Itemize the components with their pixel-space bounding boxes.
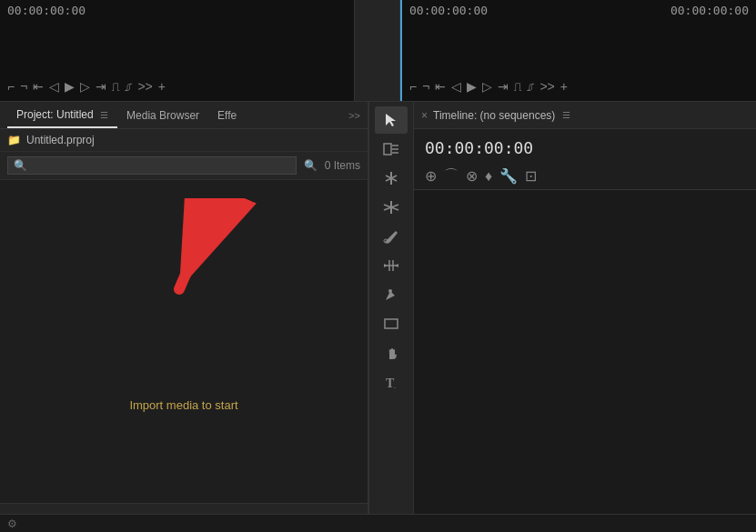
timeline-tools-bar: ⊕ ⌒ ⊗ ♦ 🔧 ⊡ bbox=[414, 163, 756, 190]
prog-overwrite-icon[interactable]: ⎎ bbox=[527, 79, 534, 94]
type-icon: T . bbox=[383, 375, 399, 389]
slip-icon bbox=[383, 258, 399, 273]
svg-marker-16 bbox=[385, 231, 398, 244]
program-transport-bar: ⌐ ¬ ⇤ ◁ ▶ ▷ ⇥ ⎍ ⎎ >> + bbox=[409, 75, 749, 97]
program-timecode-right: 00:00:00:00 bbox=[670, 4, 749, 17]
rectangle-tool-btn[interactable] bbox=[375, 310, 408, 337]
tab-media-browser[interactable]: Media Browser bbox=[117, 104, 208, 127]
search-icon: 🔍 bbox=[14, 159, 27, 172]
pen-tool-btn[interactable] bbox=[375, 281, 408, 308]
top-area: 00:00:00:00 ⌐ ¬ ⇤ ◁ ▶ ▷ ⇥ ⎍ ⎎ >> + 00:00… bbox=[0, 0, 756, 102]
selection-tool-icon bbox=[384, 113, 398, 127]
svg-line-12 bbox=[384, 205, 391, 207]
insert-icon[interactable]: ⎍ bbox=[112, 79, 119, 94]
selection-tool-btn[interactable] bbox=[375, 106, 408, 134]
add-icon[interactable]: + bbox=[158, 79, 166, 94]
overwrite-icon[interactable]: ⎎ bbox=[125, 79, 132, 94]
timeline-close-icon[interactable]: × bbox=[421, 109, 428, 122]
tools-divider bbox=[355, 0, 400, 101]
panel-tabs: Project: Untitled ☰ Media Browser Effe >… bbox=[0, 102, 368, 129]
step-forward-icon[interactable]: ▷ bbox=[80, 79, 90, 94]
prog-add-icon[interactable]: + bbox=[560, 79, 568, 94]
search-input[interactable] bbox=[31, 159, 290, 172]
timeline-timecode: 00:00:00:00 bbox=[414, 129, 756, 163]
timeline-target-icon[interactable]: ♦ bbox=[485, 168, 492, 185]
razor-tool-btn[interactable] bbox=[375, 223, 408, 250]
timeline-content-area bbox=[414, 190, 756, 532]
slip-tool-btn[interactable] bbox=[375, 252, 408, 279]
svg-marker-19 bbox=[384, 264, 388, 267]
timeline-magnet-icon[interactable]: ⌒ bbox=[444, 166, 459, 186]
svg-point-23 bbox=[388, 289, 392, 293]
svg-text:.: . bbox=[394, 382, 396, 389]
tab-effects[interactable]: Effe bbox=[208, 104, 246, 127]
status-icon: ⚙ bbox=[7, 517, 17, 530]
file-bar: 📁 Untitled.prproj bbox=[0, 129, 368, 152]
timeline-panel: × Timeline: (no sequences) ☰ 00:00:00:00… bbox=[414, 102, 756, 532]
import-arrow-icon bbox=[111, 198, 257, 335]
svg-line-15 bbox=[391, 207, 398, 210]
prog-more-icon[interactable]: >> bbox=[539, 79, 554, 94]
panel-expand-icon[interactable]: >> bbox=[348, 110, 360, 121]
program-monitor: 00:00:00:00 00:00:00:00 ⌐ ¬ ⇤ ◁ ▶ ▷ ⇥ ⎍ … bbox=[400, 0, 756, 101]
prog-mark-out-icon[interactable]: ¬ bbox=[422, 79, 429, 94]
tools-panel: T . bbox=[368, 102, 414, 532]
tab-project[interactable]: Project: Untitled ☰ bbox=[7, 103, 117, 128]
search-bar: 🔍 🔍 0 Items bbox=[0, 152, 368, 180]
razor-icon bbox=[383, 229, 399, 244]
svg-marker-1 bbox=[386, 114, 396, 126]
track-select-tool-btn[interactable] bbox=[375, 136, 408, 163]
prog-step-forward-icon[interactable]: ▷ bbox=[482, 79, 492, 94]
timeline-title: Timeline: (no sequences) bbox=[433, 109, 555, 122]
timeline-menu-icon[interactable]: ☰ bbox=[562, 110, 570, 120]
track-select-icon bbox=[383, 142, 399, 156]
type-tool-btn[interactable]: T . bbox=[375, 368, 408, 396]
step-back-icon[interactable]: ◁ bbox=[49, 79, 59, 94]
prog-go-to-out-icon[interactable]: ⇥ bbox=[498, 79, 509, 94]
source-timecode-top: 00:00:00:00 bbox=[7, 4, 347, 17]
svg-rect-24 bbox=[385, 319, 398, 328]
svg-line-13 bbox=[384, 207, 391, 210]
timeline-captions-icon[interactable]: ⊡ bbox=[525, 167, 537, 185]
media-drop-area[interactable]: Import media to start bbox=[0, 180, 368, 503]
import-text: Import media to start bbox=[129, 398, 237, 412]
timeline-settings-icon[interactable]: 🔧 bbox=[499, 167, 518, 185]
prog-step-back-icon[interactable]: ◁ bbox=[451, 79, 461, 94]
source-monitor: 00:00:00:00 ⌐ ¬ ⇤ ◁ ▶ ▷ ⇥ ⎍ ⎎ >> + bbox=[0, 0, 355, 101]
svg-line-14 bbox=[391, 205, 398, 207]
items-count: 0 Items bbox=[325, 159, 360, 172]
play-icon[interactable]: ▶ bbox=[65, 79, 75, 94]
search-input-wrap[interactable]: 🔍 bbox=[7, 156, 297, 175]
search-filter-icon[interactable]: 🔍 bbox=[304, 159, 318, 172]
timeline-tabs: × Timeline: (no sequences) ☰ bbox=[414, 102, 756, 129]
prog-go-to-in-icon[interactable]: ⇤ bbox=[435, 79, 446, 94]
rectangle-icon bbox=[383, 316, 399, 331]
prog-mark-in-icon[interactable]: ⌐ bbox=[409, 79, 417, 94]
status-bar: ⚙ bbox=[0, 514, 756, 532]
main-area: Project: Untitled ☰ Media Browser Effe >… bbox=[0, 102, 756, 532]
go-to-out-icon[interactable]: ⇥ bbox=[96, 79, 106, 94]
hand-icon bbox=[383, 346, 399, 360]
project-panel: Project: Untitled ☰ Media Browser Effe >… bbox=[0, 102, 368, 532]
ripple-edit-tool-btn[interactable] bbox=[375, 165, 408, 192]
go-to-in-icon[interactable]: ⇤ bbox=[33, 79, 44, 94]
prog-insert-icon[interactable]: ⎍ bbox=[514, 79, 521, 94]
ripple-edit-icon bbox=[383, 171, 399, 186]
svg-marker-20 bbox=[395, 264, 398, 267]
source-transport-bar: ⌐ ¬ ⇤ ◁ ▶ ▷ ⇥ ⎍ ⎎ >> + bbox=[7, 75, 347, 97]
mark-in-icon[interactable]: ⌐ bbox=[7, 79, 15, 94]
project-tab-menu-icon[interactable]: ☰ bbox=[100, 110, 108, 120]
prog-play-icon[interactable]: ▶ bbox=[467, 79, 477, 94]
program-timecode-left: 00:00:00:00 bbox=[409, 4, 488, 17]
rolling-edit-icon bbox=[383, 200, 399, 215]
more-icon[interactable]: >> bbox=[137, 79, 152, 94]
project-file-name: Untitled.prproj bbox=[26, 134, 95, 146]
pen-icon bbox=[383, 287, 399, 302]
timeline-snap-icon[interactable]: ⊕ bbox=[425, 167, 437, 185]
timeline-markers-icon[interactable]: ⊗ bbox=[466, 167, 478, 185]
rolling-edit-tool-btn[interactable] bbox=[375, 194, 408, 221]
folder-icon: 📁 bbox=[7, 134, 21, 146]
svg-rect-2 bbox=[384, 144, 391, 155]
mark-out-icon[interactable]: ¬ bbox=[20, 79, 27, 94]
hand-tool-btn[interactable] bbox=[375, 339, 408, 366]
